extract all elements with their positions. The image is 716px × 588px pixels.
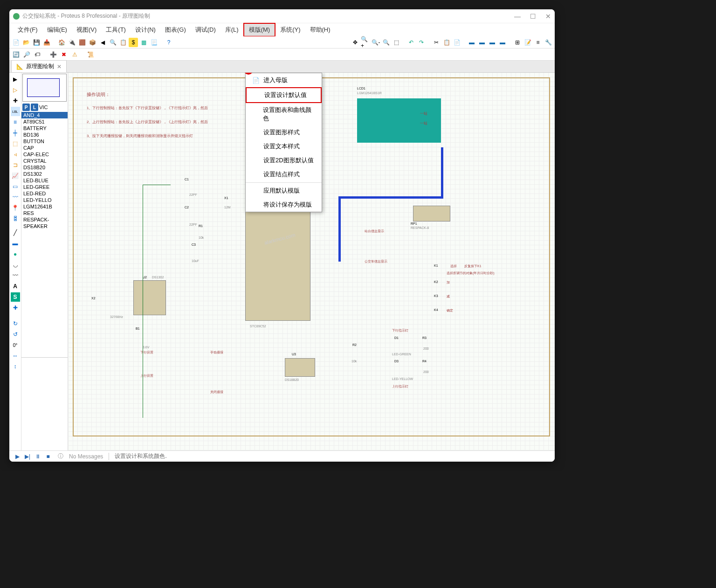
arc-tool[interactable]: ◡ [11, 260, 20, 270]
terminal-tool[interactable]: ◃ [11, 150, 20, 159]
text-tool[interactable]: ≡ [11, 118, 20, 127]
pan-icon[interactable]: ✥ [351, 38, 360, 47]
label-tool[interactable]: LBL [11, 107, 20, 116]
maximize-button[interactable]: ☐ [530, 13, 536, 20]
prop-icon[interactable]: 📝 [523, 38, 532, 47]
menu-library[interactable]: 库(L) [220, 24, 243, 36]
menu-item-apply-default-template[interactable]: 应用默认模版 [246, 184, 322, 198]
symbol-tool[interactable]: S [11, 292, 20, 302]
flip-v-icon[interactable]: ↕ [11, 362, 20, 371]
stop-icon[interactable]: ■ [44, 452, 52, 461]
list-item[interactable]: RESPACK- [21, 216, 68, 223]
menu-view[interactable]: 视图(V) [72, 24, 101, 36]
list-item[interactable]: CAP [21, 145, 68, 151]
list-item[interactable]: DS18B20 [21, 164, 68, 171]
subcircuit-tool[interactable]: ⬚ [11, 139, 20, 148]
rect-tool[interactable]: ▬ [11, 239, 20, 248]
minimize-button[interactable]: — [514, 13, 521, 20]
grid-icon[interactable]: ⊞ [513, 38, 522, 47]
import-icon[interactable]: 📥 [42, 38, 51, 47]
rotate-cw-icon[interactable]: ↻ [11, 319, 20, 328]
schematic-canvas[interactable]: 操作说明： 1、下行控制报站：首先按下《下行设置按键》，《下行指示灯》亮，然后 … [68, 73, 555, 450]
menu-design[interactable]: 设计(N) [131, 24, 160, 36]
textbox-tool[interactable]: A [11, 282, 20, 291]
list-item[interactable]: BD136 [21, 131, 68, 138]
zoomin-icon[interactable]: 🔍+ [361, 38, 370, 47]
find-icon[interactable]: 🔎 [22, 50, 31, 59]
list-item[interactable]: SPEAKER [21, 223, 68, 229]
list-item[interactable]: BUTTON [21, 138, 68, 145]
select-tool[interactable]: ▶ [11, 75, 20, 84]
probe-tool[interactable]: 📍 [11, 203, 20, 213]
paste-icon[interactable]: 📄 [452, 38, 461, 47]
align-center-icon[interactable]: ▬ [477, 38, 487, 47]
play-icon[interactable]: ▶ [13, 452, 21, 461]
zoomfit-icon[interactable]: 🔍 [381, 38, 391, 47]
sim-icon[interactable]: $ [129, 38, 138, 47]
tool-icon[interactable]: 🔧 [544, 38, 553, 47]
pick-button[interactable]: P [22, 104, 30, 111]
zoomout-icon[interactable]: 🔍- [371, 38, 380, 47]
gerber-icon[interactable]: ◀ [98, 38, 107, 47]
zoomarea-icon[interactable]: ⬚ [392, 38, 401, 47]
align-right-icon[interactable]: ▬ [488, 38, 497, 47]
list-item[interactable]: RES [21, 210, 68, 216]
graph-tool[interactable]: 📈 [11, 171, 20, 180]
menu-item-set-graph-colors[interactable]: 设置图表和曲线颜色 [246, 103, 322, 125]
list-item[interactable]: LGM12641B [21, 203, 68, 210]
bus-tool[interactable]: ╪ [11, 128, 20, 138]
copy-icon[interactable]: 📋 [442, 38, 451, 47]
align-top-icon[interactable]: ▬ [498, 38, 507, 47]
component-tool[interactable]: ▷ [11, 85, 20, 95]
refresh-icon[interactable]: 🔄 [11, 50, 21, 59]
tab-close-icon[interactable]: ✕ [57, 63, 62, 70]
list-item[interactable]: CAP-ELEC [21, 151, 68, 158]
menu-item-enter-master[interactable]: 📄 进入母版 [246, 73, 322, 87]
code-icon[interactable]: ▦ [139, 38, 148, 47]
list-item[interactable]: LED-BLUE [21, 177, 68, 184]
step-icon[interactable]: ▶| [23, 452, 32, 461]
save-icon[interactable]: 💾 [32, 38, 41, 47]
circle-tool[interactable]: ● [11, 249, 20, 259]
tab-schematic[interactable]: 📐 原理图绘制 ✕ [11, 60, 67, 72]
3d-icon[interactable]: 📦 [88, 38, 97, 47]
open-icon[interactable]: 📂 [21, 38, 31, 47]
list-item[interactable]: LED-GREE [21, 184, 68, 190]
pause-icon[interactable]: ⏸ [34, 452, 42, 461]
redo-icon[interactable]: ↷ [417, 38, 426, 47]
line-tool[interactable]: ╱ [11, 228, 20, 237]
menu-item-set-junction-style[interactable]: 设置结点样式 [246, 167, 322, 181]
pcb-icon[interactable]: 🟫 [77, 38, 87, 47]
generator-tool[interactable]: 〰 [11, 193, 20, 202]
menu-item-set-text-style[interactable]: 设置文本样式 [246, 139, 322, 153]
rotate-ccw-icon[interactable]: ↺ [11, 330, 20, 339]
home-icon[interactable]: 🏠 [57, 38, 66, 47]
menu-system[interactable]: 系统(Y) [275, 24, 305, 36]
design-icon[interactable]: 📋 [118, 38, 128, 47]
cut-icon[interactable]: ✂ [432, 38, 441, 47]
del-icon[interactable]: ✖ [59, 50, 69, 59]
list-item[interactable]: BATTERY [21, 125, 68, 131]
add-icon[interactable]: ➕ [48, 50, 58, 59]
help-icon[interactable]: ? [164, 38, 173, 47]
menu-help[interactable]: 帮助(H) [305, 24, 335, 36]
align-left-icon[interactable]: ▬ [467, 38, 476, 47]
list-item[interactable]: AND_4 [21, 112, 68, 118]
junction-tool[interactable]: ✚ [11, 96, 20, 105]
menu-graph[interactable]: 图表(G) [160, 24, 191, 36]
tag-icon[interactable]: 🏷 [33, 50, 42, 59]
flip-h-icon[interactable]: ↔ [11, 351, 20, 360]
menu-item-set-defaults[interactable]: 设置设计默认值 [246, 87, 322, 103]
parts-list[interactable]: AND_4 AT89C51 BATTERY BD136 BUTTON CAP C… [21, 112, 68, 357]
menu-debug[interactable]: 调试(D) [191, 24, 220, 36]
menu-file[interactable]: 文件(F) [13, 24, 42, 36]
path-tool[interactable]: 〰 [11, 271, 20, 280]
layer-icon[interactable]: ≡ [533, 38, 543, 47]
list-item[interactable]: DS1302 [21, 171, 68, 177]
doc-icon[interactable]: 📃 [149, 38, 158, 47]
lib-button[interactable]: L [31, 104, 38, 111]
script-icon[interactable]: 📜 [86, 50, 95, 59]
list-item[interactable]: AT89C51 [21, 118, 68, 125]
new-icon[interactable]: 📄 [11, 38, 21, 47]
menu-item-set-2d-defaults[interactable]: 设置2D图形默认值 [246, 153, 322, 167]
